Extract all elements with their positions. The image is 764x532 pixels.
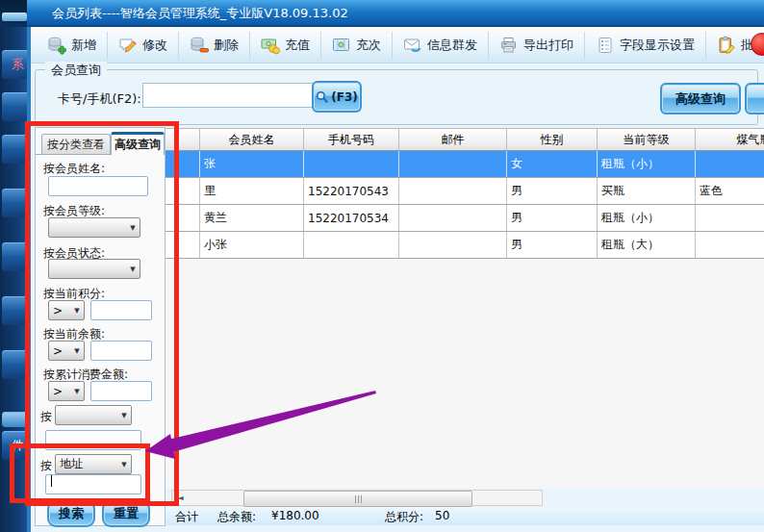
column-header[interactable]: 煤气瓶颜色: [696, 129, 764, 150]
background-menu-fragment: [2, 135, 27, 164]
custom-field-input[interactable]: [45, 430, 141, 450]
table-cell: 黄兰: [200, 205, 304, 231]
edit-icon: [118, 36, 138, 55]
advanced-query-panel: 按分类查看 高级查询 按会员姓名: 按会员等级: ▼ 按会员状态: ▼ 按当前积…: [35, 127, 166, 526]
member-table: ：会员姓名手机号码邮件性别当前等级煤气瓶颜色 张女租瓶（小）里152201705…: [154, 128, 764, 259]
chevron-down-icon: ▼: [117, 412, 131, 419]
table-cell: 张: [200, 151, 304, 177]
status-bar: 合计 总余额: ¥180.00 总积分: 50: [154, 507, 764, 525]
column-header[interactable]: 性别: [507, 129, 598, 150]
window-title: 会员列表----智络会员管理系统_专业版V18.09.13.02: [52, 6, 348, 20]
field-label-by-address: 按: [40, 458, 52, 474]
search-f3-button[interactable]: (F3): [312, 81, 362, 113]
recharge-money-icon: [261, 36, 280, 55]
table-cell: [399, 178, 507, 204]
card-phone-input[interactable]: [142, 83, 314, 108]
chevron-down-icon: ▼: [117, 461, 131, 469]
points-value: 50: [435, 509, 449, 522]
database-add-icon: [47, 36, 66, 55]
total-label: 合计: [175, 509, 198, 525]
balance-operator-select[interactable]: >▼: [48, 341, 85, 361]
batch-import-icon: [717, 36, 736, 55]
table-row[interactable]: 黄兰15220170534男租瓶（小）: [154, 205, 764, 232]
consumption-value-input[interactable]: [90, 381, 152, 401]
table-cell: 15220170543: [304, 178, 399, 204]
table-row[interactable]: 小张男租瓶（大）: [154, 232, 764, 259]
table-cell: 男: [507, 178, 598, 204]
database-delete-icon: [190, 36, 209, 55]
background-menu-fragment: 系: [2, 50, 27, 79]
recharge-times-icon: [332, 36, 351, 55]
toolbar-button-label: 导出打印: [523, 37, 573, 54]
scrollbar-thumb[interactable]: [243, 491, 472, 507]
toolbar-button-delete[interactable]: 删除: [179, 32, 250, 59]
horizontal-scrollbar[interactable]: ◄: [171, 490, 543, 506]
member-query-group-label: 会员查询: [45, 62, 107, 79]
table-cell: [696, 205, 764, 231]
partial-cutoff-button[interactable]: [745, 83, 764, 114]
advanced-query-button[interactable]: 高级查询: [660, 83, 741, 114]
mail-icon: [403, 36, 422, 55]
table-row[interactable]: 里15220170543男买瓶蓝色: [154, 178, 764, 205]
magnifier-icon: [316, 90, 329, 104]
member-status-select[interactable]: ▼: [48, 259, 140, 279]
scroll-left-arrow-icon[interactable]: ◄: [173, 492, 188, 504]
address-field-input[interactable]: [45, 474, 141, 494]
toolbar-button-recharge[interactable]: 充值: [250, 32, 321, 59]
field-settings-icon: [596, 36, 615, 55]
column-header[interactable]: 当前等级: [598, 129, 696, 150]
toolbar-button-broadcast[interactable]: 信息群发: [393, 32, 489, 59]
table-cell: [399, 205, 507, 231]
toolbar-button-edit[interactable]: 修改: [108, 32, 179, 59]
column-header[interactable]: 会员姓名: [200, 129, 304, 150]
background-menu-fragment: [2, 412, 27, 427]
panel-reset-button[interactable]: 重置: [102, 500, 150, 527]
grid-empty-area: [154, 253, 764, 489]
toolbar: 新增 修改 删除 充值 充次 信息群发 导出打印 字段显示设置: [31, 27, 764, 63]
column-header[interactable]: 邮件: [399, 129, 507, 150]
table-row[interactable]: 张女租瓶（小）: [154, 151, 764, 178]
table-header-row: ：会员姓名手机号码邮件性别当前等级煤气瓶颜色: [154, 128, 764, 151]
toolbar-button-label: 字段显示设置: [620, 37, 695, 54]
background-app-sidebar: 系 件: [0, 0, 27, 532]
tab-view-by-category[interactable]: 按分类查看: [41, 134, 111, 154]
balance-value-input[interactable]: [90, 341, 152, 361]
toolbar-button-label: 充次: [356, 37, 381, 54]
panel-search-button[interactable]: 搜索: [47, 500, 95, 527]
table-cell: 男: [507, 205, 598, 231]
table-cell: 男: [507, 232, 598, 258]
background-menu-fragment: [2, 242, 27, 271]
table-cell: [696, 151, 764, 177]
chevron-down-icon: ▼: [70, 388, 84, 395]
chevron-down-icon: ▼: [126, 224, 140, 232]
custom-field-select[interactable]: ▼: [55, 405, 132, 425]
chevron-down-icon: ▼: [126, 266, 140, 273]
toolbar-button-field-settings[interactable]: 字段显示设置: [585, 32, 706, 59]
table-cell: 买瓶: [598, 178, 696, 204]
text-cursor: [51, 475, 52, 487]
toolbar-button-label: 删除: [214, 37, 239, 54]
app-screen: 系 件 会员列表----智络会员管理系统_专业版V18.09.13.02 新增 …: [0, 0, 764, 532]
tab-advanced-query[interactable]: 高级查询: [111, 132, 165, 155]
member-name-input[interactable]: [48, 176, 148, 196]
toolbar-button-label: 新增: [71, 37, 96, 54]
background-menu-fragment: [2, 92, 27, 121]
balance-label: 总余额:: [217, 509, 256, 525]
table-cell: 租瓶（小）: [598, 205, 696, 231]
points-value-input[interactable]: [90, 300, 152, 320]
table-cell: 租瓶（小）: [598, 151, 696, 177]
toolbar-button-export-print[interactable]: 导出打印: [489, 32, 585, 59]
toolbar-button-recharge-times[interactable]: 充次: [321, 32, 393, 59]
printer-icon: [499, 36, 519, 55]
chevron-down-icon: ▼: [70, 347, 84, 355]
background-menu-fragment: [2, 189, 27, 217]
consumption-operator-select[interactable]: >▼: [48, 381, 85, 401]
points-operator-select[interactable]: >▼: [48, 300, 85, 320]
member-level-select[interactable]: ▼: [48, 217, 140, 238]
toolbar-button-add[interactable]: 新增: [37, 32, 108, 59]
table-cell: [399, 232, 507, 258]
address-field-select[interactable]: 地址▼: [55, 454, 132, 474]
column-header[interactable]: 手机号码: [304, 129, 399, 150]
table-cell: 蓝色: [696, 178, 764, 204]
background-menu-fragment: [2, 296, 27, 325]
